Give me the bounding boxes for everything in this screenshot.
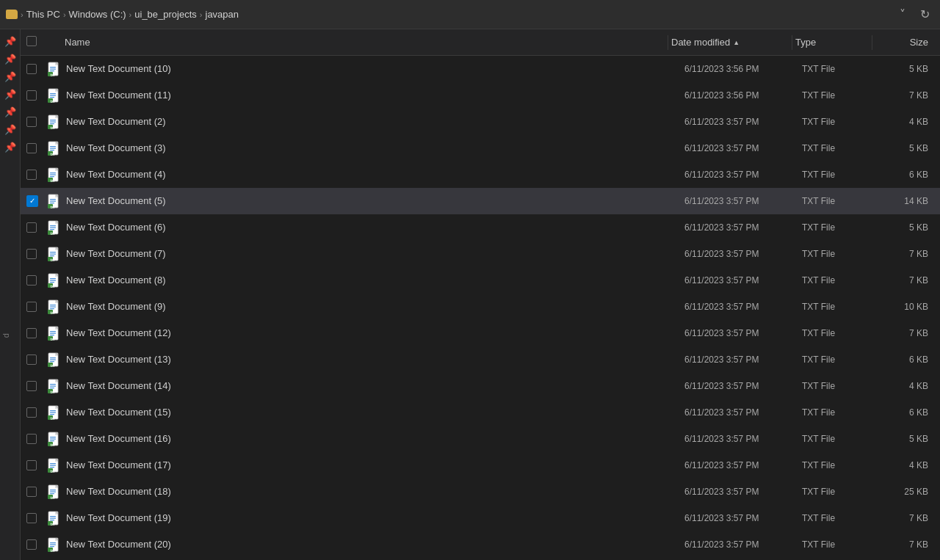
- svg-text:txt: txt: [51, 99, 55, 103]
- row-checkbox-box[interactable]: [26, 222, 37, 233]
- file-date: 6/11/2023 3:57 PM: [684, 539, 802, 550]
- row-checkbox[interactable]: [26, 487, 44, 497]
- col-name-header[interactable]: Name: [47, 37, 665, 48]
- col-type-header[interactable]: Type: [795, 37, 869, 48]
- svg-text:txt: txt: [51, 152, 55, 156]
- sidebar-label: d: [0, 330, 12, 341]
- breadcrumb-uiprojects[interactable]: ui_be_projects: [134, 9, 197, 20]
- row-checkbox-box[interactable]: [26, 487, 37, 497]
- table-row[interactable]: ✓ txt New Text Document (5)6/11/2023 3:5…: [21, 188, 940, 214]
- breadcrumb-thispc[interactable]: This PC: [26, 9, 60, 20]
- header-checkbox[interactable]: [26, 36, 44, 48]
- file-icon: txt: [47, 114, 62, 129]
- row-checkbox[interactable]: [26, 407, 44, 418]
- file-type: TXT File: [802, 539, 875, 550]
- row-checkbox-box[interactable]: [26, 249, 37, 259]
- col-divider-1: [668, 35, 668, 50]
- table-row[interactable]: txt New Text Document (8)6/11/2023 3:57 …: [21, 267, 940, 294]
- file-type: TXT File: [802, 143, 875, 153]
- row-checkbox-box[interactable]: [26, 117, 37, 127]
- sidebar-pin-4[interactable]: 📌: [4, 88, 16, 100]
- table-row[interactable]: txt New Text Document (13)6/11/2023 3:57…: [21, 346, 940, 373]
- table-row[interactable]: txt New Text Document (7)6/11/2023 3:57 …: [21, 241, 940, 267]
- file-name: New Text Document (13): [66, 354, 684, 365]
- file-type: TXT File: [802, 275, 875, 286]
- row-checkbox[interactable]: [26, 381, 44, 391]
- svg-rect-19: [50, 120, 56, 120]
- row-checkbox-box[interactable]: [26, 64, 37, 74]
- sidebar-pin-5[interactable]: 📌: [4, 106, 16, 117]
- row-checkbox[interactable]: [26, 275, 44, 286]
- table-row[interactable]: txt New Text Document (20)6/11/2023 3:57…: [21, 531, 940, 558]
- table-row[interactable]: txt New Text Document (16)6/11/2023 3:57…: [21, 426, 940, 452]
- row-checkbox[interactable]: [26, 513, 44, 523]
- sidebar-pin-1[interactable]: 📌: [4, 35, 16, 47]
- row-checkbox[interactable]: [26, 539, 44, 550]
- sidebar-pin-2[interactable]: 📌: [4, 53, 16, 65]
- row-checkbox[interactable]: [26, 64, 44, 74]
- row-checkbox-box[interactable]: [26, 407, 37, 418]
- table-row[interactable]: txt New Text Document (3)6/11/2023 3:57 …: [21, 135, 940, 161]
- row-checkbox[interactable]: [26, 328, 44, 338]
- table-row[interactable]: txt New Text Document (9)6/11/2023 3:57 …: [21, 294, 940, 320]
- row-checkbox[interactable]: ✓: [26, 195, 44, 207]
- breadcrumb-javapan[interactable]: javapan: [206, 9, 239, 20]
- row-checkbox[interactable]: [26, 249, 44, 259]
- row-checkbox-box[interactable]: [26, 90, 37, 101]
- svg-rect-123: [50, 463, 56, 464]
- refresh-button[interactable]: ↻: [916, 6, 934, 23]
- table-row[interactable]: txt New Text Document (11)6/11/2023 3:56…: [21, 82, 940, 109]
- svg-text:txt: txt: [51, 258, 55, 261]
- row-checkbox[interactable]: [26, 117, 44, 127]
- row-checkbox[interactable]: [26, 434, 44, 444]
- table-row[interactable]: txt New Text Document (15)6/11/2023 3:57…: [21, 399, 940, 426]
- main-layout: 📌 📌 📌 📌 📌 📌 📌 d Name Date modified ▲ Typ…: [0, 29, 940, 560]
- file-size: 4 KB: [875, 381, 934, 391]
- sidebar-pin-7[interactable]: 📌: [4, 141, 16, 153]
- dropdown-button[interactable]: ˅: [895, 6, 910, 23]
- col-size-header[interactable]: Size: [875, 37, 934, 48]
- row-checkbox-box[interactable]: [26, 302, 37, 312]
- row-checkbox-box[interactable]: [26, 381, 37, 391]
- table-row[interactable]: txt New Text Document (17)6/11/2023 3:57…: [21, 452, 940, 479]
- sidebar-pin-3[interactable]: 📌: [4, 70, 16, 82]
- table-row[interactable]: txt New Text Document (10)6/11/2023 3:56…: [21, 56, 940, 82]
- sidebar-pin-6[interactable]: 📌: [4, 123, 16, 135]
- file-type: TXT File: [802, 64, 875, 74]
- row-checkbox[interactable]: [26, 222, 44, 233]
- table-row[interactable]: txt New Text Document (4)6/11/2023 3:57 …: [21, 161, 940, 188]
- row-checkbox-box[interactable]: [26, 460, 37, 470]
- row-checkbox[interactable]: [26, 302, 44, 312]
- row-checkbox-box[interactable]: [26, 539, 37, 550]
- select-all-checkbox[interactable]: [26, 36, 37, 46]
- row-checkbox[interactable]: [26, 170, 44, 180]
- file-name: New Text Document (3): [66, 142, 684, 153]
- svg-rect-140: [50, 517, 56, 518]
- row-checkbox[interactable]: [26, 460, 44, 470]
- file-icon: txt: [47, 167, 62, 182]
- row-checkbox-box[interactable]: [26, 328, 37, 338]
- file-name: New Text Document (8): [66, 274, 684, 286]
- breadcrumb-drive[interactable]: Windows (C:): [69, 9, 126, 20]
- file-date: 6/11/2023 3:57 PM: [684, 513, 802, 523]
- row-checkbox[interactable]: [26, 143, 44, 153]
- table-row[interactable]: txt New Text Document (18)6/11/2023 3:57…: [21, 479, 940, 505]
- row-checkbox-box[interactable]: [26, 143, 37, 153]
- table-row[interactable]: txt New Text Document (19)6/11/2023 3:57…: [21, 505, 940, 531]
- row-checkbox-box[interactable]: [26, 354, 37, 365]
- svg-text:txt: txt: [51, 126, 55, 129]
- row-checkbox[interactable]: [26, 90, 44, 101]
- row-checkbox[interactable]: [26, 354, 44, 365]
- table-row[interactable]: txt New Text Document (6)6/11/2023 3:57 …: [21, 214, 940, 241]
- row-checkbox-box[interactable]: [26, 513, 37, 523]
- file-icon: txt: [47, 141, 62, 156]
- table-row[interactable]: txt New Text Document (12)6/11/2023 3:57…: [21, 320, 940, 346]
- row-checkbox-box[interactable]: [26, 275, 37, 286]
- table-row[interactable]: txt New Text Document (14)6/11/2023 3:57…: [21, 373, 940, 399]
- svg-rect-52: [50, 227, 56, 228]
- row-checkbox-box[interactable]: [26, 434, 37, 444]
- row-checkbox-box[interactable]: [26, 170, 37, 180]
- table-row[interactable]: txt New Text Document (2)6/11/2023 3:57 …: [21, 109, 940, 135]
- col-date-header[interactable]: Date modified ▲: [671, 37, 789, 48]
- file-date: 6/11/2023 3:56 PM: [684, 90, 802, 101]
